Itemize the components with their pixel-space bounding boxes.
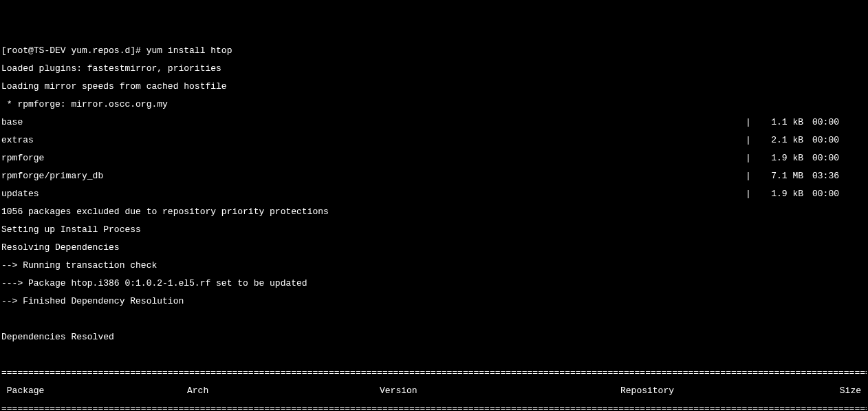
output-line: Setting up Install Process [1, 225, 867, 234]
col-version: Version [380, 386, 620, 395]
repo-line: rpmforge|1.9 kB00:00 [1, 154, 867, 162]
repo-size: 1.9 kB [758, 189, 803, 198]
repo-time: 00:00 [803, 118, 867, 127]
repo-line: extras|2.1 kB00:00 [1, 136, 867, 145]
repo-size: 1.9 kB [758, 154, 803, 162]
output-line [1, 350, 867, 359]
repo-name: rpmforge [1, 154, 746, 162]
repo-sep: | [746, 118, 758, 127]
output-line: Loading mirror speeds from cached hostfi… [1, 82, 867, 91]
output-line: Resolving Dependencies [1, 243, 867, 252]
repo-name: base [1, 118, 746, 127]
output-line [1, 315, 867, 324]
shell-prompt-line: [root@TS-DEV yum.repos.d]# yum install h… [1, 46, 867, 55]
col-size: Size [820, 386, 867, 395]
output-line: 1056 packages excluded due to repository… [1, 207, 867, 216]
output-line: --> Running transaction check [1, 261, 867, 270]
repo-name: updates [1, 189, 746, 198]
col-package: Package [1, 386, 187, 395]
repo-sep: | [746, 171, 758, 180]
separator-line: ========================================… [1, 368, 867, 377]
repo-line: updates|1.9 kB00:00 [1, 189, 867, 198]
repo-size: 1.1 kB [758, 118, 803, 127]
repo-time: 00:00 [803, 189, 867, 198]
output-line: Dependencies Resolved [1, 333, 867, 341]
output-line: * rpmforge: mirror.oscc.org.my [1, 100, 867, 109]
repo-sep: | [746, 136, 758, 145]
repo-time: 00:00 [803, 136, 867, 145]
shell-command: yum install htop [147, 45, 232, 56]
col-arch: Arch [187, 386, 380, 395]
repo-size: 2.1 kB [758, 136, 803, 145]
output-line: Loaded plugins: fastestmirror, prioritie… [1, 64, 867, 73]
shell-prompt: [root@TS-DEV yum.repos.d]# [1, 45, 147, 56]
output-line: --> Finished Dependency Resolution [1, 297, 867, 306]
repo-sep: | [746, 154, 758, 162]
repo-time: 00:00 [803, 154, 867, 162]
terminal-output: [root@TS-DEV yum.repos.d]# yum install h… [1, 37, 867, 411]
repo-sep: | [746, 189, 758, 198]
repo-line: rpmforge/primary_db|7.1 MB03:36 [1, 171, 867, 180]
repo-size: 7.1 MB [758, 171, 803, 180]
separator-line: ========================================… [1, 404, 867, 411]
repo-line: base|1.1 kB00:00 [1, 118, 867, 127]
repo-time: 03:36 [803, 171, 867, 180]
col-repository: Repository [620, 386, 820, 395]
table-header: PackageArchVersionRepositorySize [1, 386, 867, 395]
repo-name: extras [1, 136, 746, 145]
repo-name: rpmforge/primary_db [1, 171, 746, 180]
output-line: ---> Package htop.i386 0:1.0.2-1.el5.rf … [1, 279, 867, 288]
